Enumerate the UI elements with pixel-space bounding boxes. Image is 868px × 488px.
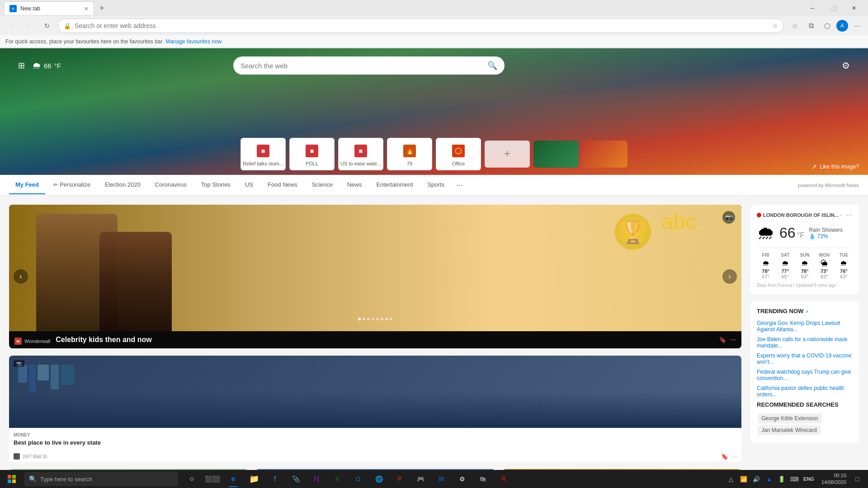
taskbar-battery-icon[interactable]: 🔋 [776,474,787,484]
trending-header-text: TRENDING NOW [757,308,803,314]
dot-6[interactable] [381,318,383,320]
taskbar-browser2-icon[interactable]: 🌐 [369,470,389,488]
tab-food-news[interactable]: Food News [261,176,304,194]
dot-8[interactable] [390,318,392,320]
more-tabs-button[interactable]: ··· [453,175,467,195]
taskbar-edge-icon[interactable]: e [223,470,243,488]
favorites-toolbar-icon[interactable]: ☆ [788,19,802,33]
forward-button[interactable]: › [22,19,36,33]
dot-1[interactable] [358,318,361,320]
taskbar-folder-icon[interactable]: 📁 [244,470,264,488]
taskbar-keyboard-icon[interactable]: ⌨ [789,474,800,484]
taskbar-facebook-icon[interactable]: f [265,470,285,488]
tab-close-button[interactable]: × [85,5,88,12]
shortcut-us-ease[interactable]: ■ US to ease wate... [338,138,383,170]
tab-top-stories[interactable]: Top Stories [195,176,237,194]
trending-item-5[interactable]: California pastor defies public health o… [757,385,853,398]
shortcut-add-new[interactable]: + [485,141,530,168]
shortcut-thumb-2[interactable] [582,141,627,168]
featured-prev-button[interactable]: ‹ [14,269,28,284]
forecast-sat: SAT 🌧 77° 65° [776,253,794,279]
collections-icon[interactable]: ⧉ [804,19,818,33]
taskbar-games-icon[interactable]: 🎮 [410,470,430,488]
tab-news[interactable]: News [341,176,368,194]
hero-search-icon[interactable]: 🔍 [487,61,497,70]
tab-coronavirus[interactable]: Coronavirus [149,176,193,194]
more-icon-small[interactable]: ··· [732,453,737,460]
rec-tag-1[interactable]: George Kittle Extension [758,413,822,423]
taskbar-outlook-icon[interactable]: O [348,470,368,488]
featured-next-button[interactable]: › [722,269,737,284]
taskbar-clock[interactable]: 00:16 14/08/2020 [818,472,850,486]
hero-settings-icon[interactable]: ⚙ [842,60,850,71]
tab-science[interactable]: Science [306,176,339,194]
bookmark-icon-small[interactable]: 🔖 [721,453,728,460]
shortcut-poll[interactable]: ■ POLL [289,138,335,170]
featured-article[interactable]: 🏆 abc 📷 ‹ › [9,205,741,348]
taskbar-speaker-icon[interactable]: 🔊 [751,474,762,484]
dot-4[interactable] [372,318,374,320]
shortcut-relief[interactable]: ■ Relief talks stum... [241,138,286,170]
shortcut-79[interactable]: 🔥 79 [387,138,432,170]
taskbar-onenote-icon[interactable]: N [307,470,326,488]
dot-5[interactable] [376,318,379,320]
settings-menu-icon[interactable]: ⋯ [850,19,864,33]
favorites-icon[interactable]: ☆ [772,22,778,29]
back-button[interactable]: ‹ [4,19,18,33]
weather-more-icon[interactable]: ··· [847,211,853,219]
taskbar-steam-icon[interactable]: ⚙ [452,470,472,488]
trending-item-2[interactable]: Joe Biden calls for a nationwide mask ma… [757,336,853,349]
rec-tag-2[interactable]: Jan Marsalek Wirecard [758,425,821,435]
taskbar-word-icon[interactable]: W [431,470,451,488]
taskbar-notification-icon[interactable]: □ [852,474,863,484]
more-options-icon[interactable]: ··· [730,336,736,344]
active-tab[interactable]: e New tab × [4,1,94,15]
taskbar-stickynotes-icon[interactable]: 📎 [286,470,306,488]
tab-personalize[interactable]: ✏ Personalize [47,176,97,194]
trending-item-3[interactable]: Experts worry that a COVID-19 vaccine wo… [757,352,853,365]
address-bar-row: ‹ › ↻ 🔒 ☆ ☆ ⧉ ⬡ A ⋯ [0,16,868,35]
like-image-button[interactable]: ↗ Like this image? [811,163,859,170]
taskbar-cortana-icon[interactable]: ○ [182,470,202,488]
trending-item-1[interactable]: Georgia Gov. Kemp Drops Lawsuit Against … [757,320,853,333]
dot-3[interactable] [367,318,370,320]
money-article[interactable]: 📷 MONEY Best place to live in every stat… [9,356,741,462]
profile-avatar[interactable]: A [836,20,848,32]
tab-us[interactable]: US [239,176,259,194]
bookmark-icon[interactable]: 🔖 [719,336,726,343]
taskbar-store-icon[interactable]: 🛍 [473,470,493,488]
start-button[interactable] [2,470,22,488]
tab-entertainment[interactable]: Entertainment [370,176,419,194]
maximize-button[interactable]: ⬜ [823,0,844,16]
dot-7[interactable] [385,318,388,320]
address-input[interactable] [75,22,769,29]
weather-location-chevron[interactable]: › [840,213,842,218]
taskbar-dropbox-icon[interactable]: ▲ [764,474,774,484]
close-button[interactable]: ✕ [844,0,864,16]
trending-item-4[interactable]: Federal watchdog says Trump can give con… [757,369,853,381]
tab-election2020[interactable]: Election 2020 [99,176,147,194]
weather-widget[interactable]: 🌧 66 °F [32,61,61,71]
taskbar-show-desktop[interactable]: △ [726,474,736,484]
hero-search-box[interactable]: 🔍 [233,56,505,75]
taskbar-taskview-icon[interactable]: ⬛⬛ [203,470,222,488]
taskbar-search-box[interactable]: 🔍 Type here to search [24,472,178,486]
new-tab-button[interactable]: + [96,4,108,13]
tab-my-feed[interactable]: My Feed [9,176,45,194]
taskbar-extra-icon[interactable]: R [494,470,514,488]
minimize-button[interactable]: ─ [802,0,823,16]
shortcut-thumb-1[interactable] [533,141,579,168]
waffle-menu-icon[interactable]: ⊞ [18,61,25,70]
shortcut-office[interactable]: ⬡ Office [436,138,481,170]
tab-sports[interactable]: Sports [421,176,451,194]
dot-2[interactable] [363,318,365,320]
extensions-icon[interactable]: ⬡ [820,19,835,33]
taskbar-network-icon[interactable]: 📶 [738,474,749,484]
trending-header[interactable]: TRENDING NOW › [757,308,853,314]
taskbar-powerpoint-icon[interactable]: P [390,470,410,488]
manage-favorites-link[interactable]: Manage favourites now [165,38,222,45]
hero-search-input[interactable] [241,62,483,70]
refresh-button[interactable]: ↻ [40,19,54,33]
taskbar-excel-icon[interactable]: X [327,470,347,488]
address-bar[interactable]: 🔒 ☆ [58,19,784,33]
